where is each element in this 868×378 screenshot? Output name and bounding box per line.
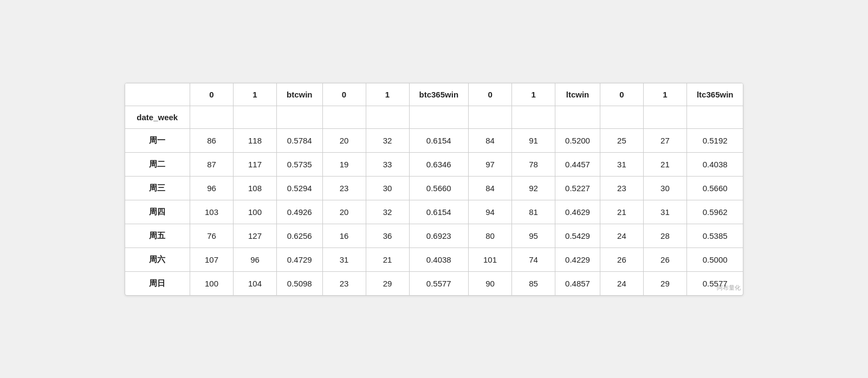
header-row: 01btcwin01btc365win01ltcwin01ltc365win bbox=[125, 83, 743, 106]
subheader-cell-10 bbox=[643, 106, 686, 128]
col-ltc365-1: 1 bbox=[643, 83, 686, 106]
row-label-2: 周三 bbox=[125, 176, 190, 200]
cell-r4-c8: 0.5429 bbox=[555, 224, 600, 247]
cell-r5-c7: 74 bbox=[512, 247, 555, 271]
cell-r5-c9: 26 bbox=[600, 247, 643, 271]
cell-r5-c0: 107 bbox=[190, 247, 234, 271]
cell-r4-c0: 76 bbox=[190, 224, 234, 247]
cell-r4-c11: 0.5385 bbox=[686, 224, 743, 247]
cell-r1-c5: 0.6346 bbox=[409, 152, 469, 176]
cell-r5-c3: 31 bbox=[322, 247, 366, 271]
cell-r4-c3: 16 bbox=[322, 224, 366, 247]
cell-r6-c7: 85 bbox=[512, 271, 555, 295]
table-row: 周五761270.625616360.692380950.542924280.5… bbox=[125, 224, 743, 247]
cell-r0-c2: 0.5784 bbox=[277, 128, 323, 152]
table-row: 周二871170.573519330.634697780.445731210.4… bbox=[125, 152, 743, 176]
cell-r1-c4: 33 bbox=[366, 152, 409, 176]
cell-r3-c0: 103 bbox=[190, 200, 234, 224]
col-btc365-0: 0 bbox=[322, 83, 366, 106]
cell-r3-c5: 0.6154 bbox=[409, 200, 469, 224]
col-btc365-1: 1 bbox=[366, 83, 409, 106]
cell-r4-c9: 24 bbox=[600, 224, 643, 247]
cell-r1-c6: 97 bbox=[469, 152, 512, 176]
cell-r1-c2: 0.5735 bbox=[277, 152, 323, 176]
cell-r6-c4: 29 bbox=[366, 271, 409, 295]
row-label-4: 周五 bbox=[125, 224, 190, 247]
subheader-cell-0 bbox=[190, 106, 234, 128]
cell-r0-c11: 0.5192 bbox=[686, 128, 743, 152]
cell-r0-c8: 0.5200 bbox=[555, 128, 600, 152]
cell-r4-c4: 36 bbox=[366, 224, 409, 247]
subheader-cell-11 bbox=[686, 106, 743, 128]
subheader-cell-3 bbox=[322, 106, 366, 128]
cell-r5-c10: 26 bbox=[643, 247, 686, 271]
cell-r1-c10: 21 bbox=[643, 152, 686, 176]
row-label-6: 周日 bbox=[125, 271, 190, 295]
cell-r4-c7: 95 bbox=[512, 224, 555, 247]
cell-r6-c11: 0.5577阿布量化 bbox=[686, 271, 743, 295]
cell-r3-c8: 0.4629 bbox=[555, 200, 600, 224]
cell-r4-c5: 0.6923 bbox=[409, 224, 469, 247]
cell-r1-c0: 87 bbox=[190, 152, 234, 176]
cell-r1-c7: 78 bbox=[512, 152, 555, 176]
cell-r3-c3: 20 bbox=[322, 200, 366, 224]
table-row: 周三961080.529423300.566084920.522723300.5… bbox=[125, 176, 743, 200]
cell-r6-c3: 23 bbox=[322, 271, 366, 295]
cell-r6-c9: 24 bbox=[600, 271, 643, 295]
subheader-cell-9 bbox=[600, 106, 643, 128]
cell-r3-c9: 21 bbox=[600, 200, 643, 224]
row-label-1: 周二 bbox=[125, 152, 190, 176]
cell-r2-c4: 30 bbox=[366, 176, 409, 200]
subheader-cell-7 bbox=[512, 106, 555, 128]
row-header-empty bbox=[125, 83, 190, 106]
cell-r1-c9: 31 bbox=[600, 152, 643, 176]
cell-r2-c8: 0.5227 bbox=[555, 176, 600, 200]
cell-r3-c11: 0.5962 bbox=[686, 200, 743, 224]
cell-r2-c5: 0.5660 bbox=[409, 176, 469, 200]
cell-r3-c6: 94 bbox=[469, 200, 512, 224]
col-ltc-1: 1 bbox=[512, 83, 555, 106]
cell-r3-c1: 100 bbox=[234, 200, 277, 224]
col-ltcwin: ltcwin bbox=[555, 83, 600, 106]
cell-r6-c6: 90 bbox=[469, 271, 512, 295]
cell-r6-c10: 29 bbox=[643, 271, 686, 295]
col-ltc-0: 0 bbox=[469, 83, 512, 106]
table-row: 周一861180.578420320.615484910.520025270.5… bbox=[125, 128, 743, 152]
cell-r5-c4: 21 bbox=[366, 247, 409, 271]
cell-r2-c2: 0.5294 bbox=[277, 176, 323, 200]
subheader-cell-8 bbox=[555, 106, 600, 128]
cell-r6-c8: 0.4857 bbox=[555, 271, 600, 295]
subheader-cell-1 bbox=[234, 106, 277, 128]
row-label-3: 周四 bbox=[125, 200, 190, 224]
cell-r3-c4: 32 bbox=[366, 200, 409, 224]
cell-r0-c7: 91 bbox=[512, 128, 555, 152]
cell-r2-c7: 92 bbox=[512, 176, 555, 200]
cell-r4-c6: 80 bbox=[469, 224, 512, 247]
subheader-cell-5 bbox=[409, 106, 469, 128]
cell-r0-c10: 27 bbox=[643, 128, 686, 152]
watermark: 阿布量化 bbox=[717, 284, 741, 292]
col-ltc365win: ltc365win bbox=[686, 83, 743, 106]
cell-r2-c6: 84 bbox=[469, 176, 512, 200]
cell-r0-c1: 118 bbox=[234, 128, 277, 152]
col-btcwin: btcwin bbox=[277, 83, 323, 106]
cell-r3-c2: 0.4926 bbox=[277, 200, 323, 224]
table-body: 周一861180.578420320.615484910.520025270.5… bbox=[125, 128, 743, 295]
cell-r0-c4: 32 bbox=[366, 128, 409, 152]
subheader-cell-2 bbox=[277, 106, 323, 128]
cell-r0-c9: 25 bbox=[600, 128, 643, 152]
cell-r0-c5: 0.6154 bbox=[409, 128, 469, 152]
cell-r6-c5: 0.5577 bbox=[409, 271, 469, 295]
row-label-0: 周一 bbox=[125, 128, 190, 152]
cell-r3-c10: 31 bbox=[643, 200, 686, 224]
row-label-5: 周六 bbox=[125, 247, 190, 271]
cell-r2-c9: 23 bbox=[600, 176, 643, 200]
cell-r1-c11: 0.4038 bbox=[686, 152, 743, 176]
cell-r1-c3: 19 bbox=[322, 152, 366, 176]
cell-r4-c1: 127 bbox=[234, 224, 277, 247]
table-row: 周日1001040.509823290.557790850.485724290.… bbox=[125, 271, 743, 295]
cell-r4-c2: 0.6256 bbox=[277, 224, 323, 247]
cell-r3-c7: 81 bbox=[512, 200, 555, 224]
subheader-date-week: date_week bbox=[125, 106, 190, 128]
cell-r5-c8: 0.4229 bbox=[555, 247, 600, 271]
